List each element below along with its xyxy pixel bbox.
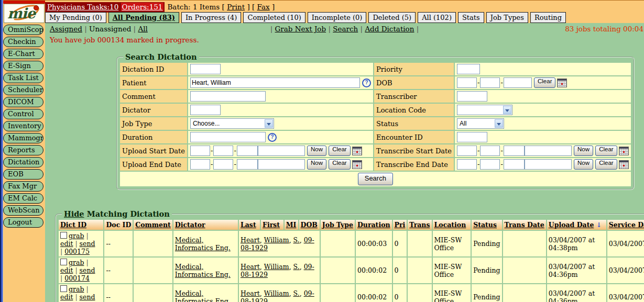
- orders-link[interactable]: Orders:151: [122, 3, 163, 11]
- search-button[interactable]: Search: [358, 173, 393, 185]
- transcribe-start-day[interactable]: [480, 146, 500, 156]
- col-first[interactable]: First: [261, 220, 283, 230]
- row-checkbox[interactable]: [60, 259, 67, 265]
- patient-link[interactable]: Heart: [241, 236, 260, 244]
- upload-start-now-button[interactable]: Now: [307, 146, 326, 156]
- sidebar-item-logout[interactable]: Logout: [3, 217, 43, 228]
- col-dob[interactable]: DOB: [299, 220, 320, 230]
- upload-end-now-button[interactable]: Now: [307, 159, 326, 170]
- dict-id-link[interactable]: 000174: [64, 274, 90, 282]
- patient-link[interactable]: S.: [293, 263, 300, 271]
- row-link-edit[interactable]: edit: [60, 293, 73, 301]
- patient-link[interactable]: S.: [293, 236, 300, 244]
- patient-link[interactable]: S.: [293, 289, 300, 297]
- row-link-send[interactable]: send: [80, 266, 95, 274]
- tab-job-types[interactable]: Job Types: [486, 12, 528, 23]
- action-search[interactable]: Search: [333, 25, 358, 33]
- patient-link[interactable]: William: [264, 236, 289, 244]
- upload-start-day[interactable]: [213, 146, 233, 156]
- tab-stats[interactable]: Stats: [458, 12, 484, 23]
- encounter-id-field[interactable]: [457, 132, 487, 142]
- help-icon[interactable]: ?: [268, 133, 277, 142]
- fax-link[interactable]: Fax: [257, 3, 270, 11]
- row-link-grab[interactable]: grab: [69, 259, 84, 266]
- patient-link[interactable]: Heart: [241, 263, 260, 271]
- hide-link[interactable]: Hide: [64, 209, 84, 218]
- mie-logo[interactable]: mie: [4, 4, 45, 23]
- sidebar-item-omniscope[interactable]: OmniScope: [3, 25, 43, 35]
- action-grab-next-job[interactable]: Grab Next Job: [275, 25, 326, 33]
- sidebar-item-dicom[interactable]: DICOM: [3, 97, 43, 107]
- row-link-send[interactable]: send: [80, 293, 95, 301]
- sidebar-item-e-chart[interactable]: E-Chart: [3, 49, 43, 59]
- calendar-icon[interactable]: [352, 147, 362, 155]
- tab-all-102[interactable]: All (102): [418, 12, 456, 23]
- dict-id-link[interactable]: 000175: [64, 248, 90, 255]
- dob-month-field[interactable]: [457, 77, 477, 88]
- patient-link[interactable]: William: [264, 289, 289, 297]
- location-code-select[interactable]: [457, 105, 512, 115]
- print-link[interactable]: Print: [227, 3, 245, 11]
- upload-end-clear-button[interactable]: Clear: [329, 159, 350, 170]
- tab-all-pending-83[interactable]: All Pending (83): [108, 12, 179, 23]
- transcribe-end-month[interactable]: [457, 159, 477, 170]
- tab-incomplete-0[interactable]: Incomplete (0): [308, 12, 367, 23]
- sidebar-item-dictation[interactable]: Dictation: [3, 157, 43, 167]
- transcribe-end-year[interactable]: [504, 159, 525, 170]
- upload-start-month[interactable]: [190, 146, 210, 156]
- col-trans-date[interactable]: Trans Date: [503, 220, 546, 230]
- col-status[interactable]: Status: [472, 220, 501, 230]
- row-link-edit[interactable]: edit: [60, 266, 73, 274]
- row-link-grab[interactable]: grab: [69, 285, 84, 293]
- row-link-grab[interactable]: grab: [69, 232, 84, 240]
- sidebar-item-control[interactable]: Control: [3, 109, 43, 119]
- dictation-id-field[interactable]: [190, 64, 221, 74]
- col-dict-id[interactable]: Dict ID: [59, 220, 103, 230]
- sidebar-item-fax-mgr[interactable]: Fax Mgr: [3, 181, 43, 192]
- transcribe-end-clear-button[interactable]: Clear: [595, 159, 617, 170]
- dictator-link[interactable]: Medical, Informatics Eng.: [175, 236, 231, 252]
- col-trans[interactable]: Trans: [408, 220, 431, 230]
- upload-end-month[interactable]: [190, 159, 210, 170]
- sidebar-item-e-sign[interactable]: E-Sign: [3, 61, 43, 71]
- calendar-icon[interactable]: [619, 160, 629, 169]
- transcribe-start-clear-button[interactable]: Clear: [595, 146, 617, 156]
- sidebar-item-eob[interactable]: EOB: [3, 169, 43, 180]
- tab-deleted-5[interactable]: Deleted (5): [368, 12, 416, 23]
- upload-start-time[interactable]: [258, 146, 305, 156]
- dictator-field[interactable]: [190, 105, 221, 115]
- col-job-type[interactable]: Job Type: [321, 220, 355, 230]
- col-mi[interactable]: MI: [285, 220, 298, 230]
- upload-start-year[interactable]: [237, 146, 258, 156]
- help-icon[interactable]: ?: [362, 79, 371, 87]
- sidebar-item-scheduler[interactable]: Scheduler: [3, 85, 43, 95]
- transcriber-field[interactable]: [457, 91, 487, 102]
- tab-in-progress-4[interactable]: In Progress (4): [181, 12, 242, 23]
- col-upload-date[interactable]: Upload Date ↓: [547, 220, 606, 230]
- col-last[interactable]: Last: [239, 220, 260, 230]
- transcribe-start-month[interactable]: [457, 146, 477, 156]
- transcribe-end-time[interactable]: [525, 159, 572, 170]
- col-duration[interactable]: Duration: [356, 220, 392, 230]
- upload-start-clear-button[interactable]: Clear: [329, 146, 350, 156]
- calendar-icon[interactable]: [557, 79, 567, 87]
- dob-clear-button[interactable]: Clear: [534, 77, 555, 88]
- transcribe-start-now-button[interactable]: Now: [574, 146, 593, 156]
- tab-completed-10[interactable]: Completed (10): [243, 12, 305, 23]
- dob-day-field[interactable]: [480, 77, 500, 88]
- action-add-dictation[interactable]: Add Dictation: [365, 25, 414, 33]
- dictator-link[interactable]: Medical, Informatics Eng.: [175, 289, 231, 302]
- sidebar-item-mammogra[interactable]: Mammogra: [3, 133, 43, 143]
- upload-end-year[interactable]: [237, 159, 258, 170]
- row-checkbox[interactable]: [60, 285, 67, 292]
- comment-field[interactable]: [190, 91, 266, 102]
- job-type-select[interactable]: Choose...: [190, 118, 274, 129]
- tab-my-pending-0[interactable]: My Pending (0): [45, 12, 106, 23]
- col-service-date[interactable]: Service Date: [607, 220, 644, 230]
- row-checkbox[interactable]: [60, 232, 67, 239]
- transcribe-end-now-button[interactable]: Now: [574, 159, 593, 170]
- status-select[interactable]: All: [457, 118, 504, 129]
- upload-end-time[interactable]: [258, 159, 305, 170]
- physicians-tasks-link[interactable]: Physicians Tasks:10: [47, 3, 118, 11]
- col-pri[interactable]: Pri: [393, 220, 407, 230]
